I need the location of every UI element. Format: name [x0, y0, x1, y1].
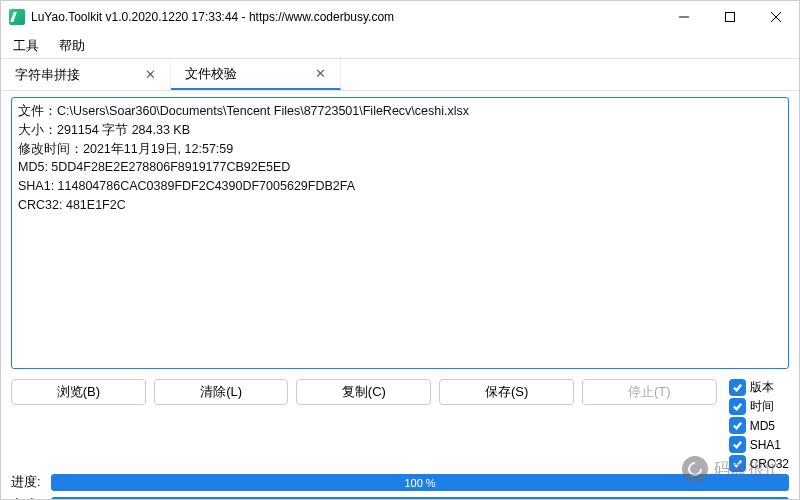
checkbox-icon — [729, 417, 746, 434]
tab-bar: 字符串拼接 ✕ 文件校验 ✕ — [1, 59, 799, 91]
menu-bar: 工具 帮助 — [1, 33, 799, 59]
progress-label: 进度: — [11, 474, 45, 491]
clear-button[interactable]: 清除(L) — [154, 379, 289, 405]
close-button[interactable] — [753, 1, 799, 33]
copy-button[interactable]: 复制(C) — [296, 379, 431, 405]
result-textarea[interactable]: 文件：C:\Users\Soar360\Documents\Tencent Fi… — [11, 97, 789, 369]
browse-button[interactable]: 浏览(B) — [11, 379, 146, 405]
progress-bar: 100 % — [51, 474, 789, 491]
svg-rect-1 — [726, 13, 735, 22]
tab-string-concat[interactable]: 字符串拼接 ✕ — [1, 59, 171, 90]
stop-button: 停止(T) — [582, 379, 717, 405]
menu-help[interactable]: 帮助 — [59, 37, 85, 55]
check-time[interactable]: 时间 — [729, 398, 789, 415]
check-md5[interactable]: MD5 — [729, 417, 789, 434]
title-bar: LuYao.Toolkit v1.0.2020.1220 17:33:44 - … — [1, 1, 799, 33]
tab-file-verify[interactable]: 文件校验 ✕ — [171, 59, 341, 90]
checkbox-icon — [729, 455, 746, 472]
app-icon — [9, 9, 25, 25]
check-version[interactable]: 版本 — [729, 379, 789, 396]
close-icon[interactable]: ✕ — [145, 67, 156, 82]
save-button[interactable]: 保存(S) — [439, 379, 574, 405]
minimize-button[interactable] — [661, 1, 707, 33]
checkbox-icon — [729, 436, 746, 453]
check-crc32[interactable]: CRC32 — [729, 455, 789, 472]
checkbox-icon — [729, 398, 746, 415]
hash-options: 版本 时间 MD5 SHA1 CRC32 — [729, 379, 789, 472]
window-title: LuYao.Toolkit v1.0.2020.1220 17:33:44 - … — [31, 10, 661, 24]
tab-label: 字符串拼接 — [15, 66, 135, 84]
tab-label: 文件校验 — [185, 65, 305, 83]
check-sha1[interactable]: SHA1 — [729, 436, 789, 453]
checkbox-icon — [729, 379, 746, 396]
maximize-button[interactable] — [707, 1, 753, 33]
close-icon[interactable]: ✕ — [315, 66, 326, 81]
menu-tools[interactable]: 工具 — [13, 37, 39, 55]
